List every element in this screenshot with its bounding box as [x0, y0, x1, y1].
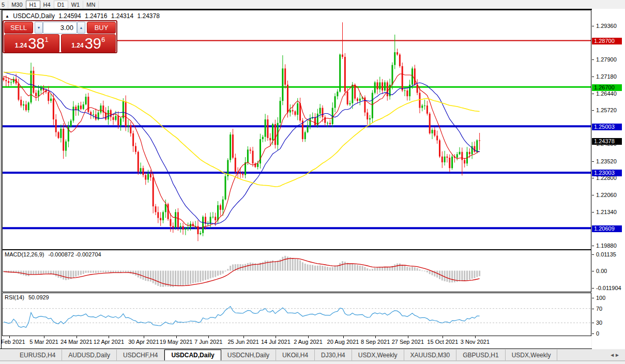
chart-tab-xauusd-m30[interactable]: XAUUSD,M30 [404, 350, 457, 360]
macd-bar [379, 267, 380, 270]
rsi-canvas[interactable] [3, 293, 591, 336]
macd-bar [83, 271, 84, 274]
price-axis-label: 1.27900 [596, 56, 617, 63]
frame-left [1, 9, 2, 349]
candle-body [222, 200, 224, 210]
macd-bar [449, 271, 450, 283]
timeframe-button-d1[interactable]: D1 [54, 1, 68, 9]
status-strip [0, 361, 625, 364]
level-price-badge: 1.26700 [592, 84, 622, 91]
candle-body [476, 140, 478, 151]
candle-body [339, 54, 341, 92]
candle-body [18, 84, 19, 100]
macd-bar [215, 271, 216, 277]
macd-bar [65, 271, 67, 280]
candle-body [50, 99, 52, 101]
timeframe-button-w1[interactable]: W1 [68, 1, 84, 9]
candle-body [202, 217, 204, 233]
chart-tab-audusd-daily[interactable]: AUDUSD,Daily [62, 350, 117, 360]
macd-bar [314, 266, 316, 271]
macd-bar [162, 271, 164, 287]
macd-bar [436, 271, 438, 278]
candle-body [153, 177, 154, 206]
macd-bar [419, 269, 420, 270]
macd-bar [277, 261, 279, 270]
rsi-axis-label: 30 [596, 320, 602, 326]
candle-body [177, 212, 179, 227]
macd-bar [45, 271, 47, 274]
macd-bar [33, 271, 34, 275]
candle-body [459, 152, 461, 154]
macd-bar [394, 264, 395, 270]
macd-bar [90, 271, 92, 273]
rsi-axis-tick [592, 309, 594, 309]
time-axis-tick [44, 336, 44, 338]
price-axis-tick [592, 195, 594, 195]
chart-tab-usdchf-h4[interactable]: USDCHF,H4 [117, 350, 164, 360]
level-price-badge: 1.25003 [592, 124, 622, 130]
macd-bar [100, 271, 101, 272]
candle-body [359, 99, 361, 101]
buy-button[interactable]: BUY [87, 22, 116, 34]
price-axis-tick [592, 246, 594, 246]
price-axis-label: 1.27180 [596, 73, 617, 80]
time-axis-tick [144, 336, 144, 338]
macd-histogram-group [3, 256, 481, 287]
macd-bar [459, 271, 461, 282]
macd-bar [426, 271, 428, 272]
candle-body [439, 140, 440, 156]
macd-bar [292, 258, 294, 271]
rsi-value: 50.0929 [28, 294, 49, 300]
macd-bar [232, 264, 234, 270]
chart-tab-dj30-h4[interactable]: DJ30,H4 [315, 350, 352, 360]
chart-tab-eurusd-h4[interactable]: EURUSD,H4 [13, 350, 62, 360]
moving-averages-group [4, 72, 480, 229]
price-axis[interactable]: 1.293601.286401.279001.271801.264401.257… [592, 9, 625, 349]
timeframe-button-h1[interactable]: H1 [26, 1, 40, 9]
candle-body [138, 152, 139, 172]
candle-body [257, 163, 258, 167]
sell-button[interactable]: SELL [4, 22, 33, 34]
macd-bar [205, 271, 206, 280]
tab-scroll-left-icon[interactable]: ◄ [609, 352, 615, 358]
candle-body [28, 102, 29, 110]
timeframe-button-m30[interactable]: M30 [8, 1, 26, 9]
timeframe-button-h4[interactable]: H4 [40, 1, 54, 9]
time-axis-label: 7 Jun 2021 [189, 339, 227, 345]
macd-bar [309, 265, 311, 271]
buy-price-box[interactable]: 1.24 39 6 [61, 34, 116, 53]
chart-tab-usdx-weekly[interactable]: USDX,Weekly [506, 350, 558, 360]
spread-increase-button[interactable]: ▲ [77, 22, 85, 34]
candle-body [464, 160, 465, 163]
timeframe-button-5[interactable]: 5 [0, 1, 8, 9]
candle-body [38, 90, 39, 96]
time-axis[interactable]: 15 Feb 20215 Mar 202124 Mar 202112 Apr 2… [2, 336, 591, 348]
level-price-badge: 1.28700 [592, 38, 622, 44]
spread-input[interactable] [43, 22, 77, 34]
time-axis-tick [443, 336, 443, 338]
chart-tab-usdcad-daily[interactable]: USDCAD,Daily [164, 350, 221, 360]
current-price-badge: 1.24378 [592, 138, 622, 145]
candle-body [230, 134, 231, 160]
macd-bar [87, 271, 89, 273]
chart-tab-usdx-weekly[interactable]: USDX,Weekly [352, 350, 404, 360]
time-axis-tick [375, 336, 376, 338]
collapse-arrow-icon[interactable]: ▲ [5, 14, 9, 19]
sell-price-box[interactable]: 1.24 38 1 [4, 34, 59, 53]
chart-tab-ukoil-h4[interactable]: UKOil,H4 [276, 350, 315, 360]
tab-scroll-right-icon[interactable]: ► [615, 352, 620, 358]
candle-body [172, 226, 174, 227]
candle-body [135, 146, 136, 152]
rsi-name: RSI(14) [5, 294, 24, 300]
candle-body [25, 104, 27, 110]
macd-signal-line [4, 259, 480, 286]
candle-body [142, 168, 144, 175]
spread-decrease-button[interactable]: ▼ [35, 22, 43, 34]
timeframe-button-mn[interactable]: MN [83, 1, 99, 9]
chart-tab-gbpusd-h1[interactable]: GBPUSD,H1 [456, 350, 505, 360]
candle-body [369, 118, 371, 119]
macd-bar [421, 270, 423, 271]
candle-body [289, 110, 291, 112]
candle-body [180, 226, 181, 227]
chart-tab-usdcnh-daily[interactable]: USDCNH,Daily [221, 350, 276, 360]
